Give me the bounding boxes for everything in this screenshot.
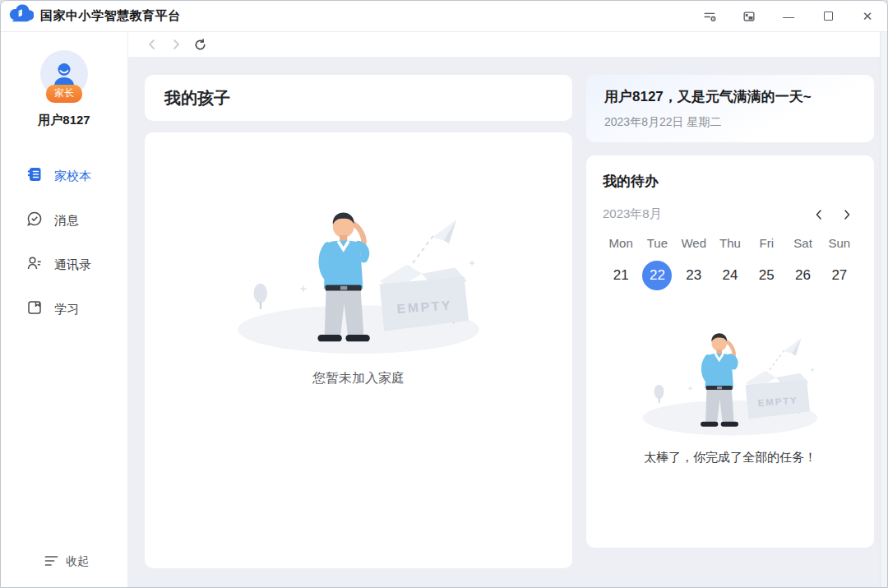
calendar-month-label: 2023年8月 [603, 206, 662, 222]
todo-card: 我的待办 2023年8月 [586, 155, 874, 548]
sidebar-item-contacts[interactable]: 通讯录 [1, 245, 127, 284]
collapse-label: 收起 [66, 554, 89, 569]
calendar-weekday-row: Mon Tue Wed Thu Fri Sat Sun [603, 236, 858, 250]
mini-window-icon[interactable] [729, 1, 769, 31]
calendar-date[interactable]: 26 [784, 261, 821, 290]
my-children-card: 我的孩子 [145, 75, 572, 121]
calendar-date[interactable]: 24 [712, 261, 748, 290]
refresh-icon[interactable] [193, 38, 207, 52]
sidebar-item-messages[interactable]: 消息 [1, 201, 127, 239]
greeting-date: 2023年8月22日 星期二 [604, 115, 856, 130]
next-week-icon[interactable] [841, 209, 853, 220]
title-bar: 国家中小学智慧教育平台 — [1, 1, 887, 32]
todo-title: 我的待办 [603, 172, 858, 191]
sidebar: 家长 用户8127 家校本 [1, 32, 128, 587]
sidebar-item-label: 通讯录 [54, 257, 91, 273]
weekday-label: Tue [639, 236, 675, 250]
app-logo-icon [9, 4, 34, 29]
message-check-icon [26, 211, 43, 229]
empty-family-illustration [230, 197, 487, 355]
calendar-date-selected[interactable]: 22 [639, 261, 675, 290]
tasks-done-caption: 太棒了，你完成了全部的任务！ [603, 450, 858, 465]
app-window: 国家中小学智慧教育平台 — [0, 0, 888, 588]
forward-icon[interactable] [169, 38, 183, 51]
username: 用户8127 [38, 113, 90, 128]
back-icon[interactable] [146, 38, 159, 51]
contacts-icon [26, 255, 43, 274]
calendar-date[interactable]: 21 [603, 261, 639, 290]
greeting-card: 用户8127，又是元气满满的一天~ 2023年8月22日 星期二 [586, 75, 874, 142]
calendar-date[interactable]: 23 [676, 261, 712, 290]
calendar-month-row: 2023年8月 [603, 206, 858, 222]
sidebar-item-label: 家校本 [54, 168, 91, 184]
sidebar-item-learning[interactable]: 学习 [1, 289, 127, 328]
page-title: 我的孩子 [164, 87, 230, 109]
empty-family-caption: 您暂未加入家庭 [312, 370, 405, 387]
sidebar-nav: 家校本 消息 [1, 156, 127, 334]
sidebar-item-label: 消息 [54, 212, 79, 229]
collapse-icon [44, 555, 58, 569]
role-badge: 家长 [46, 85, 82, 103]
user-profile: 家长 用户8127 [38, 50, 90, 128]
maximize-icon[interactable] [808, 1, 848, 31]
notebook-icon [26, 166, 43, 185]
collapse-sidebar-button[interactable]: 收起 [44, 554, 89, 569]
children-empty-state-card: 您暂未加入家庭 [145, 132, 572, 568]
prev-week-icon[interactable] [813, 209, 825, 220]
content-area: 我的孩子 您暂未加入家庭 用户8127，又是元气满满的一天~ 2023年8月22… [128, 57, 887, 587]
window-controls: — ✕ [690, 1, 887, 31]
calendar-date[interactable]: 27 [821, 261, 858, 290]
sidebar-item-homework-book[interactable]: 家校本 [1, 156, 127, 195]
calendar-date-row: 21 22 23 24 25 26 27 [603, 261, 858, 290]
book-icon [26, 299, 43, 318]
minimize-icon[interactable]: — [769, 1, 808, 31]
weekday-label: Fri [748, 236, 784, 250]
greeting-title: 用户8127，又是元气满满的一天~ [604, 87, 856, 106]
sidebar-item-label: 学习 [54, 301, 79, 317]
weekday-label: Sat [784, 236, 821, 250]
calendar-date[interactable]: 25 [748, 261, 784, 290]
weekday-label: Sun [821, 236, 858, 250]
scrollbar[interactable] [880, 32, 887, 587]
weekday-label: Wed [676, 236, 712, 250]
tasks-done-illustration [637, 322, 823, 437]
weekday-label: Thu [712, 236, 748, 250]
close-icon[interactable]: ✕ [848, 1, 887, 31]
navigation-toolbar [128, 32, 887, 57]
app-title: 国家中小学智慧教育平台 [40, 8, 181, 24]
weekday-label: Mon [603, 236, 639, 250]
settings-list-icon[interactable] [690, 1, 729, 31]
